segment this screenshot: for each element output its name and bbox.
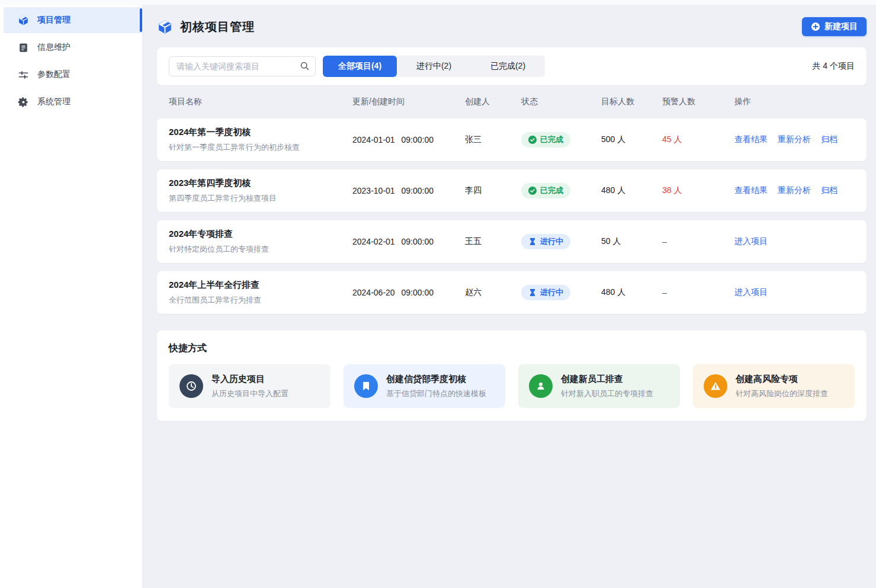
page-title: 初核项目管理: [180, 19, 255, 35]
project-time: 2024-02-01 09:00:00: [352, 237, 465, 246]
search-box: [169, 56, 316, 76]
project-total-count: 共 4 个项目: [812, 61, 855, 72]
table-row: 2024年专项排查 针对特定岗位员工的专项排查 2024-02-01 09:00…: [157, 220, 867, 263]
shortcut-create-high-risk-special[interactable]: 创建高风险专项 针对高风险岗位的深度排查: [693, 364, 855, 408]
warning-count: 38 人: [662, 185, 734, 196]
tab-completed[interactable]: 已完成(2): [471, 56, 545, 77]
project-creator: 赵六: [465, 287, 521, 298]
plus-circle-icon: [811, 22, 820, 31]
project-name: 2024年上半年全行排查: [169, 279, 352, 291]
target-count: 500 人: [601, 134, 662, 145]
project-description: 第四季度员工异常行为核查项目: [169, 193, 352, 204]
shortcut-import-history-project[interactable]: 导入历史项目 从历史项目中导入配置: [169, 364, 330, 408]
check-circle-icon: [528, 187, 537, 195]
sidebar: 项目管理 信息维护 参数配置 系统管理: [0, 0, 143, 588]
document-icon: [18, 42, 29, 53]
project-creator: 张三: [465, 134, 521, 145]
page-top-strip: [0, 0, 876, 5]
shortcut-description: 基于信贷部门特点的快速模板: [386, 388, 486, 399]
gear-icon: [18, 97, 29, 108]
sidebar-item-label: 项目管理: [37, 15, 70, 25]
enter-project-link[interactable]: 进入项目: [734, 236, 768, 247]
status-badge: 进行中: [521, 234, 570, 249]
project-time: 2024-06-20 09:00:00: [352, 288, 465, 297]
page-header: 初核项目管理 新建项目: [157, 17, 867, 37]
reanalyze-link[interactable]: 重新分析: [778, 185, 811, 196]
shortcut-title: 创建新员工排查: [561, 374, 653, 385]
project-name: 2024年专项排查: [169, 229, 352, 240]
column-header-status: 状态: [521, 97, 601, 107]
search-input[interactable]: [169, 56, 316, 76]
table-header: 项目名称 更新/创建时间 创建人 状态 目标人数 预警人数 操作: [157, 85, 867, 118]
user-icon: [529, 374, 553, 398]
hourglass-icon: [528, 288, 537, 297]
cube-icon: [18, 15, 29, 26]
project-creator: 王五: [465, 236, 521, 247]
project-creator: 李四: [465, 185, 521, 196]
table-row: 2024年第一季度初核 针对第一季度员工异常行为的初步核查 2024-01-01…: [157, 118, 867, 161]
warning-count: –: [662, 237, 734, 246]
project-description: 针对第一季度员工异常行为的初步核查: [169, 142, 352, 153]
bookmark-icon: [354, 374, 378, 398]
sidebar-item-label: 参数配置: [37, 69, 70, 80]
column-header-creator: 创建人: [465, 97, 521, 107]
target-count: 480 人: [601, 185, 662, 196]
shortcut-description: 针对高风险岗位的深度排查: [736, 388, 828, 399]
shortcut-title: 创建高风险专项: [736, 374, 828, 385]
warning-count: –: [662, 288, 734, 297]
project-time: 2024-01-01 09:00:00: [352, 135, 465, 144]
project-description: 全行范围员工异常行为排查: [169, 295, 352, 306]
toolbar-card: 全部项目(4) 进行中(2) 已完成(2) 共 4 个项目: [157, 47, 867, 85]
sidebar-item-system-management[interactable]: 系统管理: [4, 89, 142, 115]
check-circle-icon: [528, 136, 537, 144]
main-content: 初核项目管理 新建项目 全部项目(4) 进行中(2) 已完成(2) 共 4 个项…: [143, 5, 876, 588]
filter-tabs: 全部项目(4) 进行中(2) 已完成(2): [323, 56, 545, 77]
warning-count: 45 人: [662, 134, 734, 145]
tab-all-projects[interactable]: 全部项目(4): [323, 56, 397, 77]
hourglass-icon: [528, 237, 537, 246]
status-badge: 已完成: [521, 132, 570, 147]
sidebar-item-label: 系统管理: [37, 97, 70, 107]
shortcuts-title: 快捷方式: [169, 342, 855, 355]
column-header-actions: 操作: [734, 97, 859, 107]
view-results-link[interactable]: 查看结果: [734, 134, 768, 145]
project-name: 2023年第四季度初核: [169, 178, 352, 189]
cube-icon: [157, 19, 173, 35]
archive-link[interactable]: 归档: [821, 134, 838, 145]
warning-icon: [704, 374, 727, 398]
shortcut-title: 创建信贷部季度初核: [386, 374, 486, 385]
shortcut-description: 从历史项目中导入配置: [211, 388, 288, 399]
shortcut-create-credit-dept-review[interactable]: 创建信贷部季度初核 基于信贷部门特点的快速模板: [344, 364, 505, 408]
sidebar-item-project-management[interactable]: 项目管理: [4, 7, 142, 33]
target-count: 480 人: [601, 287, 662, 298]
table-row: 2023年第四季度初核 第四季度员工异常行为核查项目 2023-10-01 09…: [157, 169, 867, 212]
enter-project-link[interactable]: 进入项目: [734, 287, 768, 298]
target-count: 50 人: [601, 236, 662, 247]
project-name: 2024年第一季度初核: [169, 127, 352, 138]
sliders-icon: [18, 69, 29, 81]
sidebar-nav: 项目管理 信息维护 参数配置 系统管理: [0, 0, 142, 115]
column-header-target: 目标人数: [601, 97, 662, 107]
project-description: 针对特定岗位员工的专项排查: [169, 244, 352, 255]
column-header-time: 更新/创建时间: [352, 97, 465, 107]
column-header-name: 项目名称: [169, 97, 352, 107]
tab-in-progress[interactable]: 进行中(2): [397, 56, 471, 77]
search-icon[interactable]: [300, 61, 310, 71]
status-badge: 进行中: [521, 285, 570, 300]
reanalyze-link[interactable]: 重新分析: [778, 134, 811, 145]
shortcut-title: 导入历史项目: [211, 374, 288, 385]
new-project-button[interactable]: 新建项目: [802, 17, 867, 36]
archive-link[interactable]: 归档: [821, 185, 838, 196]
table-row: 2024年上半年全行排查 全行范围员工异常行为排查 2024-06-20 09:…: [157, 271, 867, 314]
shortcut-description: 针对新入职员工的专项排查: [561, 388, 653, 399]
column-header-warning: 预警人数: [662, 97, 734, 107]
sidebar-item-parameter-config[interactable]: 参数配置: [4, 62, 142, 88]
status-badge: 已完成: [521, 183, 570, 198]
clock-icon: [179, 374, 203, 398]
sidebar-item-info-maintenance[interactable]: 信息维护: [4, 34, 142, 60]
project-time: 2023-10-01 09:00:00: [352, 186, 465, 195]
view-results-link[interactable]: 查看结果: [734, 185, 768, 196]
sidebar-item-label: 信息维护: [37, 42, 70, 53]
shortcuts-card: 快捷方式 导入历史项目 从历史项目中导入配置 创建信贷部季度初核 基于信贷部门特…: [157, 330, 867, 421]
shortcut-create-new-employee-screening[interactable]: 创建新员工排查 针对新入职员工的专项排查: [518, 364, 680, 408]
